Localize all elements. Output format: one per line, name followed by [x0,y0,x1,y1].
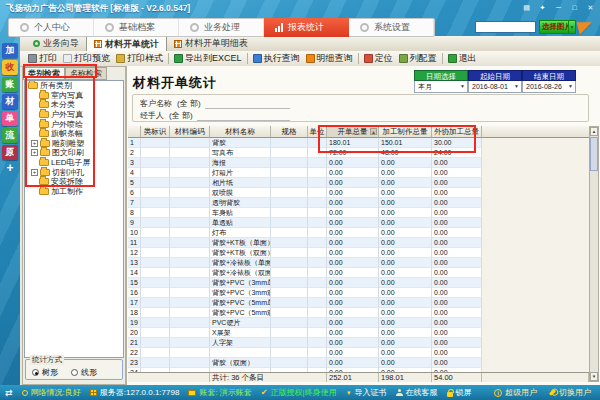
table-row[interactable]: 19PVC硬片0.000.000.00 [128,318,482,328]
table-row[interactable]: 13背胶+冷裱板（单面）0.000.000.00 [128,258,482,268]
nav-item-2[interactable]: 业务处理 [179,19,264,36]
table-row[interactable]: 11背胶+KT板（单面）0.000.000.00 [128,238,482,248]
table-row[interactable]: 1背胶180.01150.0130.00 [128,138,482,148]
table-row[interactable]: 17背胶+PVC（5mm单0.000.000.00 [128,298,482,308]
toolbar-print-style[interactable]: 打印样式 [113,52,166,65]
table-row[interactable]: 15背胶+PVC（3mm单0.000.000.00 [128,278,482,288]
chevron-down-icon[interactable]: ▼ [460,81,467,92]
cell-material-code [170,168,210,178]
strip-button-3[interactable]: 材 [2,94,18,109]
radio-icon[interactable] [71,369,78,376]
table-row[interactable]: 3海报0.000.000.00 [128,158,482,168]
radio-icon[interactable] [32,369,39,376]
toolbar-column-config[interactable]: 列配置 [396,52,440,65]
toolbar-run-query[interactable]: 执行查询 [250,52,303,65]
exit-icon [448,54,457,63]
table-row[interactable]: 8车身贴0.000.000.00 [128,208,482,218]
column-header-1[interactable]: 材料编码 [170,126,210,138]
table-row[interactable]: 18背胶+PVC（5mm双0.000.000.00 [128,308,482,318]
chevron-down-icon[interactable]: ▼ [568,81,575,92]
table-scrollbar[interactable]: ▲ ▼ [589,126,599,382]
filter-value[interactable]: (全 部) [169,110,193,121]
theme-icon[interactable]: ✦ [536,2,549,13]
strip-button-5[interactable]: 流 [2,128,18,143]
pick-image-dropdown-icon[interactable]: ▼ [568,20,576,34]
cell-material-name: 灯布 [210,228,271,238]
cell-outsource-qty: 24.00 [432,148,482,158]
filter-value[interactable]: (全 部) [177,98,201,109]
date-filter-combo[interactable]: 本月▼ [414,81,468,93]
table-row[interactable]: 9单透贴0.000.000.00 [128,218,482,228]
table-row[interactable]: 16背胶+PVC（3mm双0.000.000.00 [128,288,482,298]
column-header-7[interactable]: 外协加工总量 [432,126,482,138]
search-tab-1[interactable]: 名称检索 [65,67,107,80]
scroll-thumb[interactable] [590,137,598,171]
close-icon[interactable]: ✕ [584,2,597,13]
table-row[interactable]: 20X展架0.000.000.00 [128,328,482,338]
column-header-0[interactable]: 类标识 [141,126,170,138]
stats-option-0[interactable]: 树形 [32,367,58,378]
status-import-cert[interactable]: ▼导入证书 [346,387,387,398]
strip-button-1[interactable]: 收 [2,60,18,75]
tab-0[interactable]: 业务向导 [26,36,86,51]
toolbar-excel-export[interactable]: 导出到EXCEL [171,52,245,65]
toolbar-detail-query[interactable]: 明细查询 [303,52,356,65]
minimize-icon[interactable]: ─ [552,2,565,13]
tab-2[interactable]: 材料开单明细表 [167,36,255,51]
column-header-4[interactable]: 单位 [308,126,327,138]
tree-item-10[interactable]: 加工制作 [25,187,123,197]
nav-item-3[interactable]: 报表统计 [264,18,349,37]
column-header-2[interactable]: 材料名称 [210,126,271,138]
expand-plus-icon[interactable]: + [31,169,38,176]
nav-item-0[interactable]: 个人中心 [9,19,94,36]
column-header-5[interactable]: 开单总量▲ [327,126,379,138]
folder-icon [40,149,50,156]
toolbar-locate[interactable]: 定位 [361,52,396,65]
table-row[interactable]: 12背胶+KT板（双面）0.000.000.00 [128,248,482,258]
table-row[interactable]: 14背胶+冷裱板（双面）0.000.000.00 [128,268,482,278]
status-text: 在线客服 [406,387,438,398]
nav-item-1[interactable]: 基础档案 [94,19,179,36]
row-number-header[interactable] [128,126,141,138]
cell-open-qty: 0.00 [327,258,379,268]
filter-label: 经手人 [140,110,164,121]
cell-spec [271,268,308,278]
column-header-6[interactable]: 加工制作总量 [379,126,432,138]
table-row[interactable]: 6双喷膜0.000.000.00 [128,188,482,198]
toolbar-printer[interactable]: 打印 [25,52,60,65]
strip-button-2[interactable]: 账 [2,77,18,92]
search-input[interactable] [475,21,536,33]
status-switch-user[interactable]: 切换用户 [549,387,591,398]
scroll-up-icon[interactable]: ▲ [590,127,598,136]
table-row[interactable]: 23背胶（双面）0.000.000.00 [128,358,482,368]
strip-button-4[interactable]: 单 [2,111,18,126]
status-info[interactable]: i超级用户 [494,387,537,398]
stats-option-1[interactable]: 线形 [71,367,97,378]
expand-plus-icon[interactable]: + [31,140,38,147]
nav-item-4[interactable]: 系统设置 [349,19,434,36]
scroll-down-icon[interactable]: ▼ [590,372,598,381]
table-row[interactable]: 10灯布0.000.000.00 [128,228,482,238]
status-online-service[interactable]: 在线客服 [396,387,438,398]
strip-button-6[interactable]: 原 [2,145,18,160]
toolbar-print-preview[interactable]: 打印预览 [60,52,113,65]
chevron-down-icon[interactable]: ▼ [514,81,521,92]
maximize-icon[interactable]: □ [568,2,581,13]
table-row[interactable]: 5相片纸0.000.000.00 [128,178,482,188]
date-filter-combo[interactable]: 2016-08-01▼ [468,81,522,93]
table-row[interactable]: 21人字架0.000.000.00 [128,338,482,348]
date-filter-combo[interactable]: 2016-08-26▼ [522,81,576,93]
tab-1[interactable]: 材料开单统计 [86,36,167,51]
strip-button-7[interactable]: + [2,162,18,177]
table-row[interactable]: 2写真布72.0048.0024.00 [128,148,482,158]
search-tab-0[interactable]: 类别检索 [23,67,65,80]
table-row[interactable]: 7透明背胶0.000.000.00 [128,198,482,208]
table-row[interactable]: 220.000.000.00 [128,348,482,358]
status-lock-screen[interactable]: 锁屏 [447,387,472,398]
toolbar-exit[interactable]: 退出 [445,52,480,65]
table-row[interactable]: 4灯箱片0.000.000.00 [128,168,482,178]
expand-plus-icon[interactable]: + [31,149,38,156]
strip-button-0[interactable]: 加 [2,43,18,58]
column-header-3[interactable]: 规格 [271,126,308,138]
page-icon[interactable]: ▤ [520,2,533,13]
